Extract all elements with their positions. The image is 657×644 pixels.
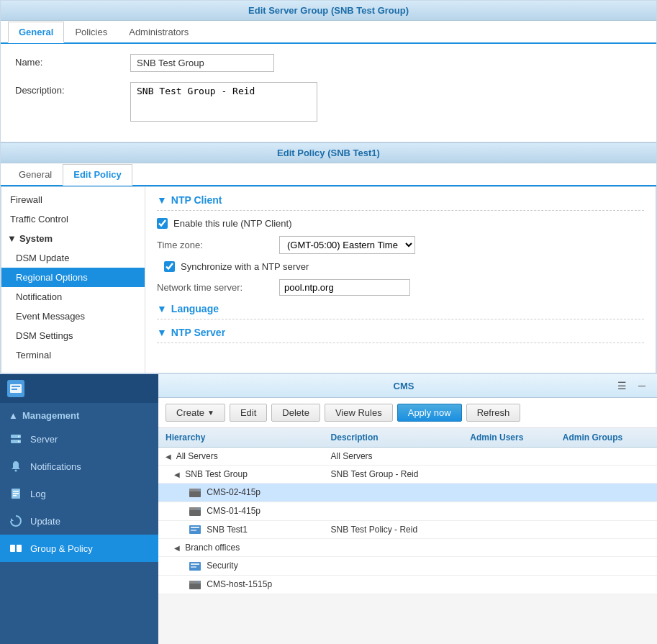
cms-header-actions: ☰ ─ [613, 378, 650, 393]
ntp-server-section-header[interactable]: ▼ NTP Server [157, 327, 644, 343]
sidebar-group-system[interactable]: ▼ System [1, 229, 145, 248]
tab-edit-policy[interactable]: Edit Policy [63, 164, 132, 186]
nav-item-notifications[interactable]: Notifications [0, 453, 158, 480]
table-row[interactable]: ◀ Branch offices [158, 539, 657, 557]
cms-table: Hierarchy Description Admin Users Admin … [158, 428, 657, 594]
nav-label-update: Update [30, 516, 60, 527]
nts-row: Network time server: [157, 279, 644, 296]
col-hierarchy: Hierarchy [158, 428, 324, 448]
enable-ntp-label: Enable this rule (NTP Client) [173, 218, 292, 229]
sync-ntp-row: Synchronize with a NTP server [164, 261, 644, 272]
bottom-section: ▲ Management Server [0, 374, 657, 644]
language-section-header[interactable]: ▼ Language [157, 303, 644, 319]
table-row[interactable]: CMS-host-1515p [158, 576, 657, 594]
nav-item-update[interactable]: Update [0, 507, 158, 535]
nav-item-server[interactable]: Server [0, 425, 158, 453]
nav-item-group-policy[interactable]: Group & Policy [0, 535, 158, 562]
apply-now-button[interactable]: Apply now [397, 404, 462, 422]
minimize-button[interactable]: ─ [634, 378, 650, 393]
tab-policies[interactable]: Policies [64, 22, 118, 43]
row-label: All Servers [176, 451, 218, 461]
svg-marker-12 [11, 518, 14, 521]
sidebar-item-traffic-control[interactable]: Traffic Control [1, 209, 145, 229]
cms-table-wrapper: Hierarchy Description Admin Users Admin … [158, 428, 657, 644]
view-rules-button[interactable]: View Rules [325, 404, 393, 422]
svg-rect-13 [10, 545, 15, 552]
left-sidebar: ▲ Management Server [0, 374, 158, 644]
server-group-form: Name: Description: SNB Test Group - Reid [1, 44, 656, 142]
name-label: Name: [15, 54, 130, 68]
sidebar-item-regional-options[interactable]: Regional Options [1, 268, 145, 287]
sidebar-item-notification[interactable]: Notification [1, 287, 145, 307]
cms-logo-icon [7, 380, 24, 397]
table-row[interactable]: Security [158, 557, 657, 576]
tab-general-server[interactable]: General [8, 22, 64, 43]
bell-nav-icon [9, 459, 23, 473]
sidebar-item-firewall[interactable]: Firewall [1, 190, 145, 209]
table-row[interactable]: ◀ SNB Test Group SNB Test Group - Reid [158, 466, 657, 484]
sync-ntp-checkbox[interactable] [164, 261, 175, 272]
nav-item-log[interactable]: Log [0, 480, 158, 507]
timezone-row: Time zone: (GMT-05:00) Eastern Time [157, 236, 644, 254]
table-row[interactable]: CMS-02-415p [158, 484, 657, 502]
sidebar-item-event-messages[interactable]: Event Messages [1, 307, 145, 326]
description-label: Description: [15, 82, 130, 96]
svg-point-17 [198, 489, 199, 491]
delete-button[interactable]: Delete [271, 404, 320, 422]
server-nav-icon [9, 432, 23, 446]
edit-policy-section: Edit Policy (SNB Test1) General Edit Pol… [0, 142, 657, 374]
svg-rect-14 [17, 545, 22, 552]
sidebar-header [0, 374, 158, 403]
svg-rect-26 [191, 566, 196, 568]
filter-button[interactable]: ☰ [613, 378, 631, 393]
sidebar-item-terminal[interactable]: Terminal [1, 345, 145, 365]
name-input[interactable] [130, 54, 274, 72]
language-label: Language [171, 303, 219, 314]
table-row[interactable]: ◀ All Servers All Servers [158, 448, 657, 466]
server-icon [189, 488, 201, 498]
timezone-select[interactable]: (GMT-05:00) Eastern Time [279, 236, 415, 254]
server-group-tabs: General Policies Administrators [1, 21, 656, 44]
row-label: Security [207, 561, 237, 571]
svg-rect-9 [13, 491, 19, 492]
col-admin-users: Admin Users [463, 428, 555, 448]
edit-server-group-panel: Edit Server Group (SNB Test Group) Gener… [0, 0, 657, 142]
enable-ntp-checkbox[interactable] [157, 218, 168, 229]
create-button[interactable]: Create ▼ [166, 404, 225, 422]
sidebar-item-dsm-update[interactable]: DSM Update [1, 248, 145, 268]
group-policy-nav-icon [9, 541, 23, 555]
log-nav-icon [9, 486, 23, 501]
table-row[interactable]: CMS-01-415p [158, 502, 657, 520]
table-row[interactable]: SNB Test1 SNB Test Policy - Reid [158, 520, 657, 539]
tab-general-policy[interactable]: General [8, 164, 63, 186]
timezone-label: Time zone: [157, 240, 272, 250]
expand-icon: ◀ [174, 544, 180, 552]
svg-rect-22 [191, 527, 199, 528]
table-header-row: Hierarchy Description Admin Users Admin … [158, 428, 657, 448]
nav-label-group-policy: Group & Policy [30, 543, 93, 554]
col-description: Description [324, 428, 463, 448]
app-container: Edit Server Group (SNB Test Group) Gener… [0, 0, 657, 644]
nav-label-log: Log [30, 489, 46, 499]
management-label: Management [22, 410, 79, 421]
svg-rect-2 [12, 389, 17, 390]
name-row: Name: [15, 54, 642, 72]
svg-rect-10 [13, 493, 19, 494]
refresh-button[interactable]: Refresh [466, 404, 521, 422]
cms-logo-svg [9, 381, 23, 396]
row-description: SNB Test Policy - Reid [324, 520, 463, 539]
ntp-client-collapse-icon: ▼ [157, 194, 167, 206]
description-input[interactable]: SNB Test Group - Reid [130, 82, 317, 122]
nts-input[interactable] [279, 279, 410, 296]
ntp-client-section-header[interactable]: ▼ NTP Client [157, 194, 644, 211]
cms-toolbar: Create ▼ Edit Delete View Rules Apply no… [158, 398, 657, 428]
system-arrow-icon: ▼ [7, 233, 17, 244]
cms-main: CMS ☰ ─ Create ▼ Edit Delete View Rules … [158, 374, 657, 644]
policy-tabs: General Edit Policy [1, 163, 656, 186]
svg-rect-25 [191, 563, 199, 565]
tab-administrators[interactable]: Administrators [118, 22, 199, 43]
row-label: CMS-02-415p [207, 487, 260, 497]
edit-button[interactable]: Edit [230, 404, 267, 422]
sidebar-item-dsm-settings[interactable]: DSM Settings [1, 326, 145, 345]
svg-rect-1 [12, 386, 20, 387]
